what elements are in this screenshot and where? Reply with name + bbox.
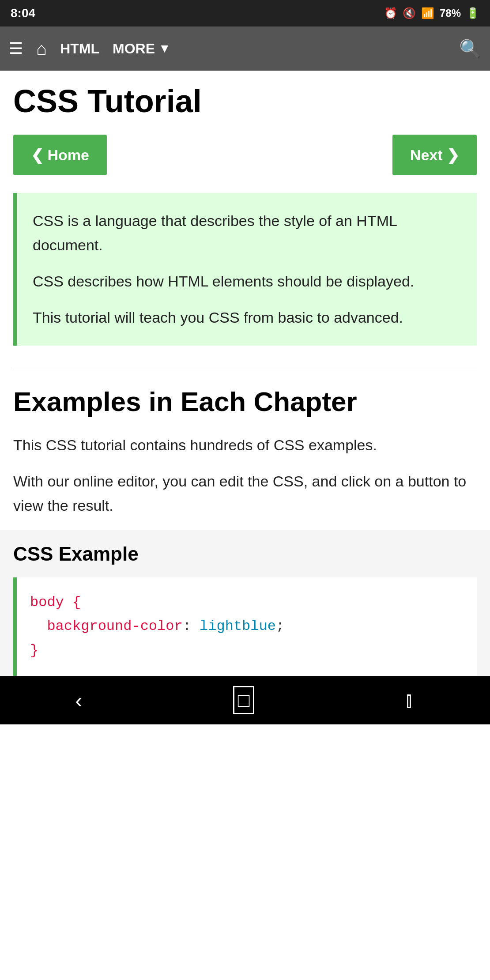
page-title: CSS Tutorial: [13, 84, 477, 119]
status-icons: ⏰ 🔇 📶 78% 🔋: [384, 7, 479, 19]
nav-bar: ☰ ⌂ HTML MORE ▼ 🔍: [0, 26, 490, 71]
home-button[interactable]: ❮ Home: [13, 135, 107, 175]
code-line-3: }: [30, 639, 464, 663]
code-closing-brace: }: [30, 642, 38, 659]
code-body-keyword: body {: [30, 594, 81, 611]
info-line-1: CSS is a language that describes the sty…: [33, 209, 461, 257]
battery-label: 78%: [440, 7, 461, 19]
nav-buttons: ❮ Home Next ❯: [13, 135, 477, 175]
search-icon[interactable]: 🔍: [459, 38, 481, 59]
chevron-down-icon: ▼: [158, 41, 171, 56]
recent-apps-button[interactable]: ⫿: [387, 685, 432, 716]
status-time: 8:04: [11, 6, 35, 20]
back-icon: ‹: [75, 688, 83, 712]
info-line-3: This tutorial will teach you CSS from ba…: [33, 305, 461, 329]
alarm-icon: ⏰: [384, 7, 397, 19]
code-block: body { background-color: lightblue; }: [13, 577, 477, 676]
info-line-2: CSS describes how HTML elements should b…: [33, 269, 461, 293]
nav-more-dropdown[interactable]: MORE ▼: [113, 41, 171, 57]
body-text-1: This CSS tutorial contains hundreds of C…: [13, 433, 477, 457]
main-content: CSS Tutorial ❮ Home Next ❯ CSS is a lang…: [0, 71, 490, 517]
back-button[interactable]: ‹: [58, 684, 100, 717]
body-text-2: With our online editor, you can edit the…: [13, 469, 477, 517]
code-property: background-color: [47, 618, 182, 634]
signal-icon: 📶: [421, 7, 434, 19]
next-button[interactable]: Next ❯: [392, 135, 477, 175]
recent-apps-icon: ⫿: [405, 689, 415, 711]
code-value: lightblue: [200, 618, 276, 634]
nav-html-link[interactable]: HTML: [60, 41, 99, 57]
menu-icon[interactable]: ☰: [9, 39, 23, 58]
code-example-title: CSS Example: [13, 543, 477, 565]
home-nav-button[interactable]: □: [215, 682, 272, 719]
code-line-1: body {: [30, 591, 464, 614]
sound-icon: 🔇: [403, 7, 416, 19]
bottom-nav: ‹ □ ⫿: [0, 676, 490, 724]
nav-more-label[interactable]: MORE: [113, 41, 155, 57]
section-divider: [13, 368, 477, 368]
home-nav-icon: □: [233, 686, 255, 714]
battery-icon: 🔋: [466, 7, 479, 19]
code-example-box: CSS Example body { background-color: lig…: [0, 530, 490, 676]
info-box: CSS is a language that describes the sty…: [13, 193, 477, 346]
code-line-2: background-color: lightblue;: [30, 614, 464, 638]
section-heading: Examples in Each Chapter: [13, 386, 477, 417]
home-icon[interactable]: ⌂: [36, 39, 47, 59]
status-bar: 8:04 ⏰ 🔇 📶 78% 🔋: [0, 0, 490, 26]
